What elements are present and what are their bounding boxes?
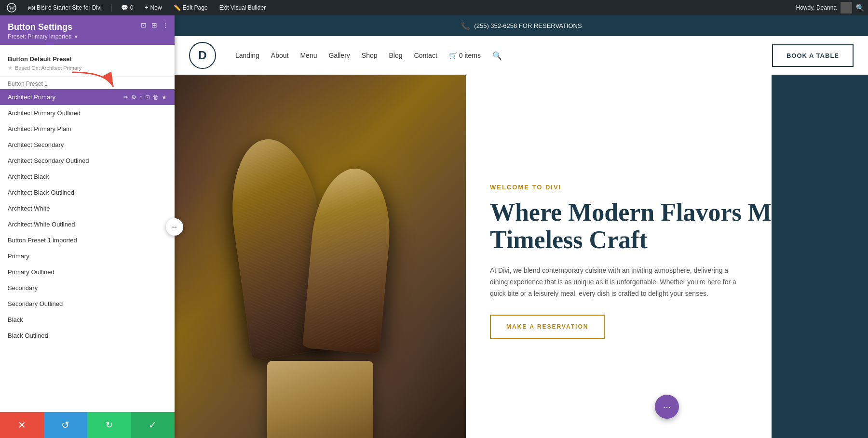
undo-icon: ↺ <box>61 419 69 431</box>
edit-preset-icon[interactable]: ✏ <box>123 94 128 101</box>
search-button[interactable]: 🔍 <box>856 4 864 12</box>
admin-bar: W 🍽 Bistro Starter Site for Divi | 💬 0 +… <box>0 0 868 15</box>
plus-icon: + <box>145 4 149 11</box>
nav-link-menu[interactable]: Menu <box>300 52 317 59</box>
hero-section: WELCOME TO DIVI Where Modern Flavors Mee… <box>175 75 868 438</box>
preset-item-architect-black[interactable]: Architect Black <box>0 169 175 185</box>
bread-texture-2 <box>308 171 390 349</box>
wp-icon[interactable]: W <box>4 0 19 15</box>
separator-1: | <box>110 3 112 12</box>
exit-builder-link[interactable]: Exit Visual Builder <box>217 0 269 15</box>
hero-description: At Divi, we blend contemporary cuisine w… <box>490 265 741 299</box>
preset-label-black-outlined: Black Outlined <box>8 332 167 339</box>
nav-link-gallery[interactable]: Gallery <box>328 52 350 59</box>
preset-action-icons: ✏ ⚙ ↑ ⊡ 🗑 ★ <box>123 94 167 101</box>
chevron-down-icon: ▼ <box>74 34 79 40</box>
nav-link-landing[interactable]: Landing <box>235 52 259 59</box>
panel-subtitle: Preset: Primary imported ▼ <box>8 33 167 40</box>
default-preset-section: Button Default Preset ★ Based On: Archit… <box>0 51 175 77</box>
preset-label-button-preset-1-imported: Button Preset 1 imported <box>8 237 167 244</box>
panel-header-icons: ⊡ ⊞ ⋮ <box>141 21 169 29</box>
panel-content: Button Default Preset ★ Based On: Archit… <box>0 45 175 412</box>
grid-icon[interactable]: ⊞ <box>151 21 157 29</box>
preset-item-secondary-outlined[interactable]: Secondary Outlined <box>0 296 175 312</box>
preset-label-architect-black-outlined: Architect Black Outlined <box>8 189 167 196</box>
copy-preset-icon[interactable]: ⊡ <box>145 94 150 101</box>
howdy-text: Howdy, Deanna <box>796 4 837 11</box>
preset-item-architect-white[interactable]: Architect White <box>0 200 175 216</box>
redo-button[interactable]: ↻ <box>87 412 131 438</box>
more-icon[interactable]: ⋮ <box>162 21 169 29</box>
preset-label-primary: Primary <box>8 252 167 260</box>
hero-subtitle: WELCOME TO DIVI <box>490 184 844 191</box>
comments-link[interactable]: 💬 0 <box>118 0 136 15</box>
preset-item-architect-primary-outlined[interactable]: Architect Primary Outlined <box>0 105 175 121</box>
panel-footer: ✕ ↺ ↻ ✓ <box>0 412 175 438</box>
star-icon: ★ <box>8 65 13 71</box>
preset-label-black: Black <box>8 316 167 323</box>
undo-button[interactable]: ↺ <box>44 412 88 438</box>
preset-item-architect-secondary-outlined[interactable]: Architect Secondary Outlined <box>0 153 175 169</box>
import-preset-icon[interactable]: ↑ <box>139 94 142 101</box>
delete-preset-icon[interactable]: 🗑 <box>153 94 159 101</box>
preset-item-black[interactable]: Black <box>0 312 175 328</box>
button-settings-panel: Button Settings Preset: Primary imported… <box>0 15 175 438</box>
preset-label-architect-secondary-outlined: Architect Secondary Outlined <box>8 157 167 164</box>
preset-label-architect-black: Architect Black <box>8 173 167 180</box>
preset-label-secondary: Secondary <box>8 284 167 292</box>
preset-label-architect-secondary: Architect Secondary <box>8 141 167 148</box>
preset-item-button-preset-1-imported[interactable]: Button Preset 1 imported <box>0 232 175 248</box>
site-nav: D Landing About Menu Gallery Shop Blog C… <box>175 36 868 75</box>
preset-item-architect-black-outlined[interactable]: Architect Black Outlined <box>0 185 175 200</box>
based-on-text: ★ Based On: Architect Primary <box>8 65 167 71</box>
new-link[interactable]: + New <box>142 0 165 15</box>
hero-content-inner: WELCOME TO DIVI Where Modern Flavors Mee… <box>490 184 844 339</box>
cart-icon-area[interactable]: 🛒 0 items <box>449 52 481 59</box>
site-name[interactable]: 🍽 Bistro Starter Site for Divi <box>25 0 105 15</box>
preset-label-secondary-outlined: Secondary Outlined <box>8 300 167 307</box>
preset-label-architect-primary-outlined: Architect Primary Outlined <box>8 109 167 117</box>
nav-link-contact[interactable]: Contact <box>414 52 437 59</box>
phone-number: (255) 352-6258 FOR RESERVATIONS <box>474 22 582 29</box>
preset-item-secondary[interactable]: Secondary <box>0 280 175 296</box>
admin-bar-right: Howdy, Deanna 🔍 <box>796 2 865 13</box>
phone-icon: 📞 <box>461 21 470 30</box>
star-preset-icon[interactable]: ★ <box>162 94 167 101</box>
reservation-button[interactable]: MAKE A RESERVATION <box>490 315 605 339</box>
preset-item-architect-white-outlined[interactable]: Architect White Outlined <box>0 216 175 232</box>
cart-count: 0 items <box>459 52 481 59</box>
preset-item-primary-outlined[interactable]: Primary Outlined <box>0 264 175 280</box>
settings-preset-icon[interactable]: ⚙ <box>131 94 136 101</box>
preset-item-primary[interactable]: Primary <box>0 248 175 264</box>
food-photo <box>175 75 466 438</box>
main-layout: Button Settings Preset: Primary imported… <box>0 15 868 438</box>
nav-link-about[interactable]: About <box>271 52 289 59</box>
save-icon: ✓ <box>149 419 157 431</box>
panel-header: Button Settings Preset: Primary imported… <box>0 15 175 45</box>
paper-bag <box>267 361 373 438</box>
cancel-button[interactable]: ✕ <box>0 412 44 438</box>
nav-link-shop[interactable]: Shop <box>362 52 378 59</box>
nav-link-blog[interactable]: Blog <box>389 52 403 59</box>
book-table-button[interactable]: BOOK A TABLE <box>772 44 854 67</box>
website-preview: 📞 (255) 352-6258 FOR RESERVATIONS D Land… <box>175 15 868 438</box>
resize-handle[interactable]: ↔ <box>166 218 183 236</box>
floating-action-button[interactable]: ··· <box>655 395 679 419</box>
site-logo: D <box>189 42 216 69</box>
hero-title: Where Modern Flavors Meet Timeless Craft <box>490 199 844 253</box>
save-button[interactable]: ✓ <box>131 412 175 438</box>
cancel-icon: ✕ <box>18 419 26 431</box>
screen-icon[interactable]: ⊡ <box>141 21 147 29</box>
preset-label-architect-primary-plain: Architect Primary Plain <box>8 125 167 133</box>
site-topbar: 📞 (255) 352-6258 FOR RESERVATIONS <box>175 15 868 36</box>
search-icon[interactable]: 🔍 <box>492 51 502 60</box>
preset-item-architect-secondary[interactable]: Architect Secondary <box>0 137 175 153</box>
hero-content: WELCOME TO DIVI Where Modern Flavors Mee… <box>466 75 868 438</box>
preset-item-architect-primary-plain[interactable]: Architect Primary Plain <box>0 121 175 137</box>
preset-label-architect-white-outlined: Architect White Outlined <box>8 221 167 228</box>
preset-item-architect-primary[interactable]: Architect Primary ✏ ⚙ ↑ ⊡ 🗑 ★ <box>0 89 175 105</box>
preset-label-architect-white: Architect White <box>8 205 167 212</box>
edit-page-link[interactable]: ✏️ Edit Page <box>171 0 211 15</box>
bread-loaf-2 <box>302 165 395 354</box>
preset-item-black-outlined[interactable]: Black Outlined <box>0 328 175 344</box>
